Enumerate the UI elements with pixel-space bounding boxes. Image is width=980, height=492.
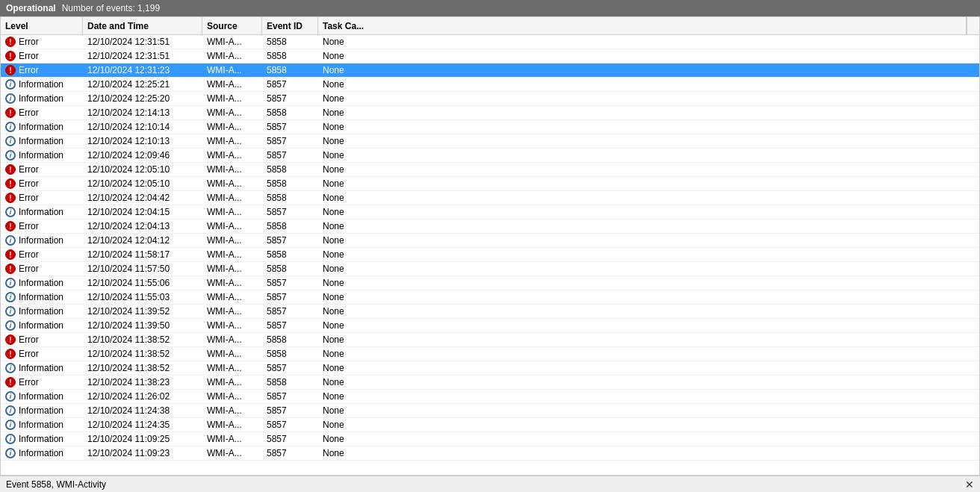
table-row[interactable]: Information 12/10/2024 12:10:14 WMI-A...…	[1, 120, 979, 134]
table-row[interactable]: Information 12/10/2024 11:09:25 WMI-A...…	[1, 432, 979, 446]
level-text: Error	[19, 178, 39, 189]
table-row[interactable]: Information 12/10/2024 11:09:23 WMI-A...…	[1, 446, 979, 461]
eventid-cell: 5858	[262, 106, 318, 119]
info-icon	[5, 434, 16, 444]
col-header-taskcat[interactable]: Task Ca...	[318, 17, 967, 34]
table-row[interactable]: Information 12/10/2024 11:38:52 WMI-A...…	[1, 361, 979, 376]
level-text: Information	[19, 79, 63, 90]
taskcat-cell: None	[318, 361, 979, 375]
table-row[interactable]: Error 12/10/2024 12:04:42 WMI-A... 5858 …	[1, 191, 979, 205]
table-row[interactable]: Information 12/10/2024 11:55:06 WMI-A...…	[1, 276, 979, 290]
eventid-cell: 5858	[262, 177, 318, 190]
event-count: Number of events: 1,199	[62, 3, 160, 13]
table-row[interactable]: Information 12/10/2024 12:04:15 WMI-A...…	[1, 205, 979, 219]
source-cell: WMI-A...	[202, 134, 262, 148]
table-row[interactable]: Error 12/10/2024 12:31:23 WMI-A... 5858 …	[1, 63, 979, 78]
eventid-cell: 5857	[262, 361, 318, 375]
datetime-cell: 12/10/2024 12:10:14	[83, 120, 202, 134]
eventid-cell: 5857	[262, 418, 318, 432]
table-row[interactable]: Information 12/10/2024 12:10:13 WMI-A...…	[1, 134, 979, 149]
taskcat-cell: None	[318, 205, 979, 219]
taskcat-cell: None	[318, 120, 979, 134]
table-row[interactable]: Error 12/10/2024 12:04:13 WMI-A... 5858 …	[1, 219, 979, 234]
datetime-cell: 12/10/2024 12:05:10	[83, 177, 202, 190]
datetime-cell: 12/10/2024 11:39:50	[83, 319, 202, 332]
error-icon	[5, 377, 16, 387]
taskcat-cell: None	[318, 234, 979, 247]
info-icon	[5, 207, 16, 217]
source-cell: WMI-A...	[202, 63, 262, 77]
level-text: Error	[19, 164, 39, 175]
source-cell: WMI-A...	[202, 78, 262, 91]
status-close-button[interactable]: ✕	[965, 479, 974, 491]
table-row[interactable]: Error 12/10/2024 11:58:17 WMI-A... 5858 …	[1, 248, 979, 262]
table-row[interactable]: Information 12/10/2024 11:39:52 WMI-A...…	[1, 305, 979, 319]
datetime-cell: 12/10/2024 11:38:23	[83, 376, 202, 389]
eventid-cell: 5857	[262, 134, 318, 148]
table-row[interactable]: Information 12/10/2024 11:24:35 WMI-A...…	[1, 418, 979, 432]
datetime-cell: 12/10/2024 12:04:42	[83, 191, 202, 205]
level-text: Information	[19, 122, 63, 132]
col-header-datetime[interactable]: Date and Time	[83, 17, 202, 34]
eventid-cell: 5857	[262, 319, 318, 332]
source-cell: WMI-A...	[202, 319, 262, 332]
datetime-cell: 12/10/2024 11:55:03	[83, 290, 202, 304]
level-text: Error	[19, 37, 39, 47]
source-cell: WMI-A...	[202, 290, 262, 304]
taskcat-cell: None	[318, 78, 979, 91]
info-icon	[5, 235, 16, 246]
table-row[interactable]: Information 12/10/2024 11:26:02 WMI-A...…	[1, 390, 979, 404]
source-cell: WMI-A...	[202, 248, 262, 261]
source-cell: WMI-A...	[202, 404, 262, 417]
table-row[interactable]: Error 12/10/2024 11:38:52 WMI-A... 5858 …	[1, 347, 979, 361]
table-row[interactable]: Error 12/10/2024 11:57:50 WMI-A... 5858 …	[1, 262, 979, 276]
table-row[interactable]: Error 12/10/2024 11:38:23 WMI-A... 5858 …	[1, 376, 979, 390]
table-row[interactable]: Error 12/10/2024 11:38:52 WMI-A... 5858 …	[1, 333, 979, 347]
table-row[interactable]: Information 12/10/2024 11:39:50 WMI-A...…	[1, 319, 979, 333]
info-icon	[5, 448, 16, 458]
source-cell: WMI-A...	[202, 276, 262, 290]
info-icon	[5, 320, 16, 331]
table-row[interactable]: Error 12/10/2024 12:31:51 WMI-A... 5858 …	[1, 49, 979, 63]
datetime-cell: 12/10/2024 11:09:23	[83, 446, 202, 460]
error-icon	[5, 51, 16, 61]
level-text: Error	[19, 249, 39, 260]
datetime-cell: 12/10/2024 11:24:35	[83, 418, 202, 432]
eventid-cell: 5857	[262, 290, 318, 304]
source-cell: WMI-A...	[202, 361, 262, 375]
table-row[interactable]: Error 12/10/2024 12:05:10 WMI-A... 5858 …	[1, 177, 979, 191]
taskcat-cell: None	[318, 333, 979, 346]
eventid-cell: 5858	[262, 376, 318, 389]
table-body[interactable]: Error 12/10/2024 12:31:51 WMI-A... 5858 …	[1, 35, 979, 475]
col-header-eventid[interactable]: Event ID	[262, 17, 318, 34]
datetime-cell: 12/10/2024 11:58:17	[83, 248, 202, 261]
source-cell: WMI-A...	[202, 92, 262, 105]
source-cell: WMI-A...	[202, 390, 262, 403]
table-row[interactable]: Error 12/10/2024 12:05:10 WMI-A... 5858 …	[1, 163, 979, 177]
table-row[interactable]: Error 12/10/2024 12:31:51 WMI-A... 5858 …	[1, 35, 979, 49]
col-header-source[interactable]: Source	[202, 17, 262, 34]
col-header-level[interactable]: Level	[1, 17, 83, 34]
source-cell: WMI-A...	[202, 446, 262, 460]
level-text: Error	[19, 334, 39, 345]
table-row[interactable]: Information 12/10/2024 11:24:38 WMI-A...…	[1, 404, 979, 418]
level-text: Information	[19, 363, 63, 373]
level-text: Error	[19, 108, 39, 118]
table-row[interactable]: Information 12/10/2024 11:55:03 WMI-A...…	[1, 290, 979, 305]
header-scrollbar-spacer	[967, 17, 979, 34]
table-row[interactable]: Information 12/10/2024 12:25:20 WMI-A...…	[1, 92, 979, 106]
error-icon	[5, 193, 16, 203]
taskcat-cell: None	[318, 376, 979, 389]
source-cell: WMI-A...	[202, 418, 262, 432]
table-header: Level Date and Time Source Event ID Task…	[1, 17, 979, 35]
source-cell: WMI-A...	[202, 191, 262, 205]
info-icon	[5, 306, 16, 317]
level-text: Information	[19, 136, 63, 146]
table-row[interactable]: Information 12/10/2024 12:09:46 WMI-A...…	[1, 149, 979, 163]
table-row[interactable]: Information 12/10/2024 12:04:12 WMI-A...…	[1, 234, 979, 248]
table-row[interactable]: Error 12/10/2024 12:14:13 WMI-A... 5858 …	[1, 106, 979, 120]
table-row[interactable]: Information 12/10/2024 12:25:21 WMI-A...…	[1, 78, 979, 92]
taskcat-cell: None	[318, 319, 979, 332]
info-icon	[5, 122, 16, 132]
datetime-cell: 12/10/2024 12:05:10	[83, 163, 202, 176]
